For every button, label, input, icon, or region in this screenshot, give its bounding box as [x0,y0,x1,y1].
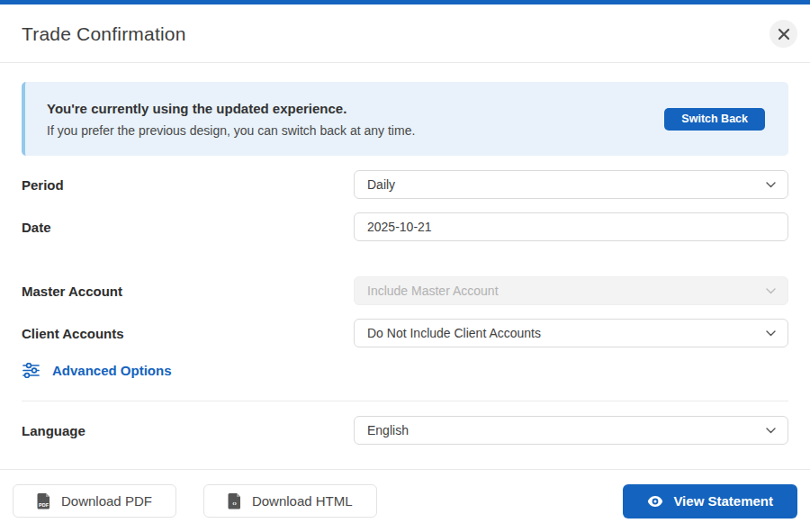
banner-text: You're currently using the updated exper… [47,101,415,138]
client-accounts-select[interactable]: Do Not Include Client Accounts [354,319,788,347]
section-divider [22,401,788,401]
chevron-down-icon [766,428,776,434]
download-pdf-label: Download PDF [61,493,152,509]
date-value: 2025-10-21 [367,220,432,234]
switch-back-button[interactable]: Switch Back [664,108,765,131]
period-label: Period [22,177,64,193]
master-account-row: Master Account Include Master Account [22,276,788,305]
client-accounts-value: Do Not Include Client Accounts [367,326,541,340]
view-statement-button[interactable]: View Statement [623,484,797,518]
file-pdf-icon: PDF [37,493,50,509]
svg-text:PDF: PDF [39,501,50,507]
view-statement-label: View Statement [673,493,773,509]
close-button[interactable] [770,20,797,48]
chevron-down-icon [766,330,776,337]
period-row: Period Daily [22,170,788,199]
download-html-button[interactable]: ‹› Download HTML [203,484,377,518]
close-icon [778,28,790,41]
modal-header: Trade Confirmation [0,5,810,63]
file-code-icon: ‹› [228,493,241,509]
period-value: Daily [367,177,395,192]
language-label: Language [22,423,86,438]
master-account-label: Master Account [22,284,122,299]
download-html-label: Download HTML [252,493,353,509]
client-accounts-row: Client Accounts Do Not Include Client Ac… [22,319,788,347]
language-select[interactable]: English [354,416,788,445]
language-row: Language English [22,416,788,445]
svg-text:‹›: ‹› [232,500,237,507]
date-label: Date [22,220,51,235]
chevron-down-icon [766,288,776,294]
master-account-value: Include Master Account [367,284,499,298]
master-account-select: Include Master Account [354,276,788,305]
page-title: Trade Confirmation [22,23,186,45]
client-accounts-label: Client Accounts [22,326,124,341]
period-select[interactable]: Daily [354,170,788,199]
updated-experience-banner: You're currently using the updated exper… [22,82,788,156]
chevron-down-icon [766,182,776,188]
modal-body: You're currently using the updated exper… [0,63,810,445]
banner-title: You're currently using the updated exper… [47,101,415,116]
modal-footer: PDF Download PDF ‹› Download HTML View S… [0,469,810,532]
language-value: English [367,423,409,437]
sliders-icon [22,363,40,378]
download-pdf-button[interactable]: PDF Download PDF [13,484,176,518]
advanced-options-label: Advanced Options [52,363,172,378]
advanced-options-link[interactable]: Advanced Options [22,363,172,378]
date-row: Date 2025-10-21 [22,212,788,241]
date-input[interactable]: 2025-10-21 [354,212,788,241]
banner-subtitle: If you prefer the previous design, you c… [47,123,415,138]
eye-icon [647,495,663,508]
